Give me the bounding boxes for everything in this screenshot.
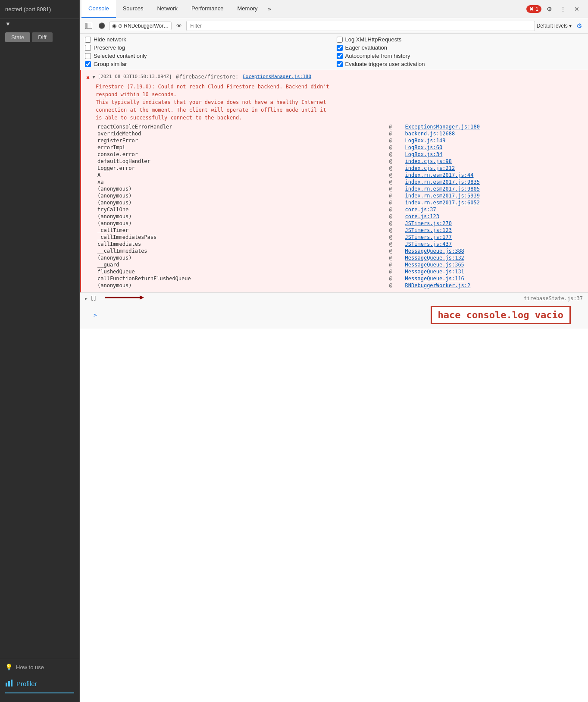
stack-link-cell: index.cjs.js:98	[403, 158, 588, 165]
stack-at: @	[388, 213, 403, 220]
stack-fn: tryCallOne	[96, 206, 388, 213]
tab-more[interactable]: »	[264, 0, 274, 18]
table-row: errorImpl @ LogBox.js:60	[96, 144, 588, 151]
prompt-chevron-icon: >	[94, 312, 97, 318]
autocomplete-checkbox[interactable]: Autocomplete from history	[337, 53, 583, 59]
error-source-link[interactable]: ExceptionsManager.js:180	[243, 74, 311, 79]
table-row: callFunctionReturnFlushedQueue @ Message…	[96, 275, 588, 282]
tab-sources[interactable]: Sources	[116, 0, 150, 18]
sidebar: nected (port 8081) ▼ State Diff 💡 How to…	[0, 0, 80, 702]
stack-link[interactable]: MessageQueue.js:388	[405, 248, 464, 254]
tab-performance[interactable]: Performance	[185, 0, 230, 18]
filter-input[interactable]	[186, 21, 535, 31]
console-output: ✖ ▼ [2021-08-03T10:50:13.094Z] @firebase…	[80, 70, 588, 702]
red-arrow-indicator	[101, 293, 153, 312]
tab-memory[interactable]: Memory	[231, 0, 265, 18]
stack-link[interactable]: index.rn.esm2017.js:5939	[405, 193, 480, 199]
tab-icons-area: ✖ 1 ⚙ ⋮ ✕	[526, 3, 586, 15]
stack-link-cell: index.cjs.js:212	[403, 165, 588, 172]
stack-link-cell: JSTimers.js:123	[403, 227, 588, 234]
stack-link[interactable]: core.js:123	[405, 213, 439, 219]
context-selector[interactable]: ◉ ⊙ RNDebuggerWor…	[109, 22, 172, 30]
stack-link[interactable]: index.rn.esm2017.js:9835	[405, 179, 480, 185]
stack-link[interactable]: index.rn.esm2017.js:9805	[405, 186, 480, 192]
more-options-icon[interactable]: ⋮	[557, 3, 569, 15]
table-row: Logger.error @ index.cjs.js:212	[96, 165, 588, 172]
context-indicator: ◉	[112, 23, 116, 29]
bottom-source-link[interactable]: firebaseState.js:37	[340, 295, 583, 301]
table-row: (anonymous) @ core.js:123	[96, 213, 588, 220]
stack-link[interactable]: core.js:37	[405, 207, 436, 213]
empty-array-value: []	[91, 295, 97, 301]
annotation-box: hace console.log vacio	[431, 306, 571, 324]
tab-network[interactable]: Network	[150, 0, 185, 18]
sidebar-howto[interactable]: 💡 How to use	[0, 659, 79, 675]
stack-link-cell: RNDebuggerWorker.js:2	[403, 282, 588, 289]
stack-link[interactable]: MessageQueue.js:131	[405, 269, 464, 275]
evaluate-triggers-checkbox[interactable]: Evaluate triggers user activation	[337, 61, 583, 67]
stack-link[interactable]: JSTimers.js:270	[405, 220, 452, 226]
expand-error-icon[interactable]: ▼	[92, 75, 95, 79]
dropdown-arrow-icon: ▼	[5, 21, 11, 27]
stack-link[interactable]: JSTimers.js:123	[405, 227, 452, 233]
settings-icon[interactable]: ⚙	[543, 3, 555, 15]
stack-link[interactable]: index.cjs.js:212	[405, 165, 455, 171]
stack-link[interactable]: MessageQueue.js:132	[405, 255, 464, 261]
stack-link[interactable]: JSTimers.js:437	[405, 241, 452, 247]
error-badge[interactable]: ✖ 1	[526, 5, 541, 13]
selected-context-checkbox[interactable]: Selected context only	[85, 53, 332, 59]
eager-eval-checkbox[interactable]: Eager evaluation	[337, 44, 583, 51]
preserve-log-checkbox[interactable]: Preserve log	[85, 44, 332, 51]
stack-link[interactable]: RNDebuggerWorker.js:2	[405, 282, 471, 288]
stack-fn: xa	[96, 179, 388, 185]
eye-icon[interactable]: 👁	[173, 20, 185, 31]
stack-link[interactable]: index.rn.esm2017.js:6052	[405, 200, 480, 206]
stack-link-cell: MessageQueue.js:388	[403, 248, 588, 254]
stack-link[interactable]: LogBox.js:60	[405, 144, 443, 150]
sidebar-toggle-icon[interactable]	[83, 20, 94, 31]
stack-at: @	[388, 151, 403, 158]
stack-at: @	[388, 179, 403, 185]
log-xmlhttp-checkbox[interactable]: Log XMLHttpRequests	[337, 36, 583, 43]
sidebar-spacer	[0, 46, 79, 659]
stack-link[interactable]: JSTimers.js:177	[405, 234, 452, 240]
stack-link[interactable]: MessageQueue.js:116	[405, 276, 464, 282]
tab-console[interactable]: Console	[81, 0, 116, 18]
stack-link-cell: index.rn.esm2017.js:44	[403, 172, 588, 179]
stack-at: @	[388, 275, 403, 282]
sidebar-profiler[interactable]: Profiler	[0, 675, 79, 693]
expand-array-icon[interactable]: ►	[85, 296, 88, 301]
stack-at: @	[388, 123, 403, 130]
stack-at: @	[388, 192, 403, 199]
default-levels-button[interactable]: Default levels ▾	[537, 23, 572, 29]
stack-link[interactable]: MessageQueue.js:365	[405, 262, 464, 268]
stack-link[interactable]: ExceptionsManager.js:180	[405, 124, 480, 130]
close-icon[interactable]: ✕	[571, 3, 583, 15]
stack-link[interactable]: backend.js:12688	[405, 131, 455, 137]
state-button[interactable]: State	[5, 32, 30, 42]
table-row: __callImmediates @ MessageQueue.js:388	[96, 248, 588, 254]
error-header: ✖ ▼ [2021-08-03T10:50:13.094Z] @firebase…	[86, 74, 583, 81]
diff-button[interactable]: Diff	[32, 32, 52, 42]
stack-link-cell: LogBox.js:60	[403, 144, 588, 151]
stack-link[interactable]: index.cjs.js:98	[405, 158, 452, 164]
stack-link[interactable]: LogBox.js:34	[405, 151, 443, 157]
stack-link-cell: JSTimers.js:177	[403, 234, 588, 241]
stack-link[interactable]: index.rn.esm2017.js:44	[405, 172, 474, 178]
group-similar-checkbox[interactable]: Group similar	[85, 61, 332, 67]
stack-at: @	[388, 241, 403, 248]
stack-fn: (anonymous)	[96, 220, 388, 227]
stack-fn: __callImmediates	[96, 248, 388, 254]
console-settings-icon[interactable]: ⚙	[573, 20, 585, 31]
stack-at: @	[388, 158, 403, 165]
table-row: _callImmediatesPass @ JSTimers.js:177	[96, 234, 588, 241]
sidebar-dropdown[interactable]: ▼	[0, 19, 79, 29]
stack-at: @	[388, 130, 403, 137]
stack-at: @	[388, 165, 403, 172]
svg-rect-4	[85, 23, 88, 29]
stack-fn: registerError	[96, 137, 388, 144]
stack-link[interactable]: LogBox.js:149	[405, 138, 446, 144]
stack-at: @	[388, 137, 403, 144]
clear-console-icon[interactable]: ⚫	[96, 20, 107, 31]
hide-network-checkbox[interactable]: Hide network	[85, 36, 332, 43]
